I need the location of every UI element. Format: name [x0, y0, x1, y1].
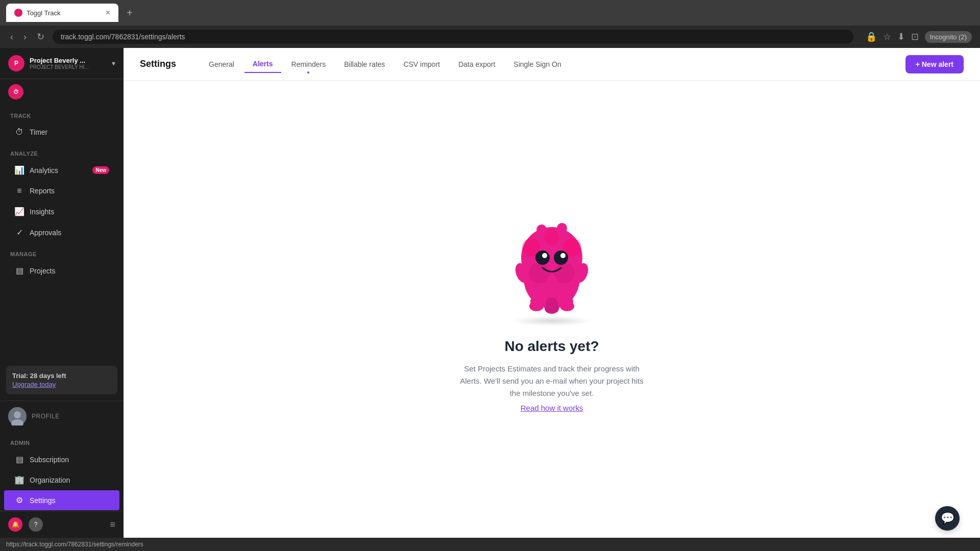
browser-actions: 🔒 ☆ ⬇ ⊡ Incognito (2) — [866, 31, 972, 43]
timer-icon: ⏱ — [14, 128, 24, 137]
app-logo: ⏱ — [8, 84, 23, 99]
collapse-icon[interactable]: ≡ — [110, 519, 115, 530]
section-manage: MANAGE — [0, 243, 124, 260]
sidebar-footer-icons: 🔔 ? ≡ — [0, 511, 124, 538]
tab-favicon — [14, 9, 22, 17]
help-icon[interactable]: ? — [29, 517, 43, 532]
svg-point-10 — [535, 251, 550, 265]
refresh-button[interactable]: ↻ — [35, 29, 46, 44]
download-icon[interactable]: ⬇ — [897, 31, 905, 42]
sidebar-item-subscription[interactable]: ▤ Subscription — [4, 449, 119, 469]
sidebar-profile[interactable]: PROFILE — [0, 400, 124, 432]
workspace-header[interactable]: P Project Beverly ... PROJECT BEVERLY HI… — [0, 48, 124, 79]
workspace-dropdown-icon[interactable]: ▾ — [112, 59, 115, 67]
sidebar-bottom: Trial: 28 days left Upgrade today PROFIL… — [0, 360, 124, 538]
notification-icon[interactable]: 🔔 — [8, 517, 22, 532]
empty-state: No alerts yet? Set Projects Estimates an… — [124, 81, 980, 538]
workspace-name: Project Beverly ... — [30, 57, 107, 64]
analytics-badge: New — [92, 166, 109, 174]
organization-label: Organization — [30, 476, 109, 484]
reports-icon: ≡ — [14, 186, 24, 195]
svg-point-8 — [529, 263, 549, 283]
subscription-label: Subscription — [30, 456, 109, 464]
timer-label: Timer — [30, 128, 109, 136]
sidebar-item-projects[interactable]: ▤ Projects — [4, 261, 119, 281]
monster-illustration — [501, 207, 603, 326]
svg-rect-18 — [546, 297, 558, 310]
sidebar-item-analytics[interactable]: 📊 Analytics New — [4, 160, 119, 180]
bookmark-icon[interactable]: ☆ — [883, 31, 891, 42]
workspace-info: Project Beverly ... PROJECT BEVERLY HI..… — [30, 57, 107, 70]
read-how-link[interactable]: Read how it works — [521, 404, 583, 412]
browser-nav: ‹ › ↻ track.toggl.com/7862831/settings/a… — [0, 26, 980, 48]
projects-icon: ▤ — [14, 266, 24, 276]
svg-point-23 — [557, 223, 567, 233]
app-layout: P Project Beverly ... PROJECT BEVERLY HI… — [0, 48, 980, 538]
analytics-icon: 📊 — [14, 165, 24, 175]
tab-general[interactable]: General — [201, 56, 242, 72]
nav-tabs: General Alerts Reminders Billable rates … — [201, 56, 889, 73]
section-analyze: ANALYZE — [0, 142, 124, 160]
trial-banner: Trial: 28 days left Upgrade today — [6, 366, 117, 394]
forward-button[interactable]: › — [21, 30, 29, 44]
svg-point-11 — [554, 251, 568, 265]
svg-point-13 — [560, 253, 566, 258]
projects-label: Projects — [30, 267, 109, 275]
subscription-icon: ▤ — [14, 455, 24, 464]
settings-label: Settings — [30, 496, 109, 505]
tab-csv-import[interactable]: CSV import — [395, 56, 448, 72]
svg-rect-17 — [530, 296, 543, 307]
section-admin: ADMIN — [0, 432, 124, 449]
browser-tab[interactable]: Toggl Track × — [6, 4, 118, 22]
back-button[interactable]: ‹ — [8, 30, 15, 44]
monster-svg — [501, 207, 603, 319]
new-tab-button[interactable]: + — [122, 5, 137, 21]
tab-alerts[interactable]: Alerts — [244, 56, 281, 73]
sidebar-item-reports[interactable]: ≡ Reports — [4, 181, 119, 201]
sidebar-item-insights[interactable]: 📈 Insights — [4, 202, 119, 221]
tab-close-button[interactable]: × — [106, 8, 110, 17]
svg-point-7 — [544, 230, 559, 245]
main-content: Settings General Alerts Reminders Billab… — [124, 48, 980, 538]
sidebar-item-timer[interactable]: ⏱ Timer — [4, 122, 119, 142]
upgrade-link[interactable]: Upgrade today — [12, 381, 111, 388]
incognito-label: Incognito (2) — [925, 31, 972, 43]
trial-text: Trial: 28 days left — [12, 372, 111, 380]
address-bar[interactable]: track.toggl.com/7862831/settings/alerts — [53, 30, 853, 44]
sidebar-item-approvals[interactable]: ✓ Approvals — [4, 222, 119, 242]
section-track: TRACK — [0, 105, 124, 122]
sidebar-item-settings[interactable]: ⚙ Settings — [4, 490, 119, 510]
tab-reminders[interactable]: Reminders — [283, 56, 334, 72]
analytics-label: Analytics — [30, 166, 87, 174]
workspace-logo: P — [8, 55, 24, 71]
settings-icon: ⚙ — [14, 495, 24, 505]
avatar — [8, 407, 27, 425]
svg-point-22 — [536, 224, 547, 235]
empty-state-title: No alerts yet? — [504, 338, 599, 355]
insights-label: Insights — [30, 208, 109, 216]
workspace-sub: PROJECT BEVERLY HI... — [30, 64, 107, 70]
svg-point-1 — [14, 411, 21, 418]
sidebar-item-organization[interactable]: 🏢 Organization — [4, 470, 119, 490]
svg-rect-19 — [561, 296, 573, 307]
chat-button[interactable]: 💬 — [935, 506, 960, 531]
tab-billable-rates[interactable]: Billable rates — [336, 56, 393, 72]
new-alert-button[interactable]: + New alert — [905, 55, 964, 73]
settings-header: Settings General Alerts Reminders Billab… — [124, 48, 980, 81]
app-logo-area: ⏱ — [0, 79, 124, 105]
status-url: https://track.toggl.com/7862831/settings… — [6, 541, 143, 548]
insights-icon: 📈 — [14, 207, 24, 216]
tab-data-export[interactable]: Data export — [450, 56, 503, 72]
reports-label: Reports — [30, 187, 109, 195]
approvals-label: Approvals — [30, 229, 109, 237]
settings-title: Settings — [140, 59, 176, 69]
window-icon[interactable]: ⊡ — [911, 31, 919, 42]
empty-state-description: Set Projects Estimates and track their p… — [460, 363, 644, 399]
profile-label: PROFILE — [32, 413, 60, 420]
sidebar: P Project Beverly ... PROJECT BEVERLY HI… — [0, 48, 124, 538]
extension-icon[interactable]: 🔒 — [866, 31, 877, 42]
status-bar: https://track.toggl.com/7862831/settings… — [0, 538, 980, 551]
svg-point-12 — [542, 253, 547, 258]
tab-single-sign-on[interactable]: Single Sign On — [505, 56, 569, 72]
svg-point-9 — [554, 263, 575, 283]
